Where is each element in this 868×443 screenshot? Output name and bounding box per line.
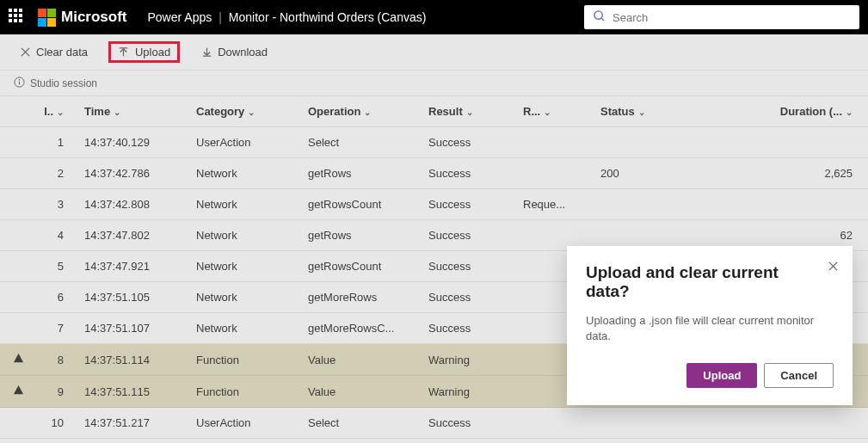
breadcrumb-separator: |	[219, 10, 222, 24]
operation-cell: getRowsCount	[301, 251, 422, 282]
category-cell: Network	[189, 313, 301, 344]
id-cell: 9	[36, 376, 77, 408]
id-cell: 5	[36, 251, 77, 282]
r-cell	[516, 408, 594, 439]
download-icon	[200, 46, 212, 58]
time-cell: 14:37:42.808	[77, 189, 189, 220]
operation-cell: Select	[301, 408, 422, 439]
dialog-body: Uploading a .json file will clear curren…	[586, 313, 834, 344]
warn-cell	[0, 158, 36, 189]
search-input[interactable]	[613, 11, 851, 24]
warn-cell	[0, 251, 36, 282]
result-cell: Warning	[422, 344, 516, 376]
warn-cell	[0, 344, 36, 376]
category-cell: UserAction	[189, 408, 301, 439]
dialog-upload-button[interactable]: Upload	[686, 363, 757, 388]
search-icon	[593, 9, 606, 26]
session-label: Studio session	[30, 77, 97, 89]
result-cell: Success	[422, 189, 516, 220]
status-cell	[594, 127, 680, 158]
time-cell: 14:37:42.786	[77, 158, 189, 189]
table-row[interactable]: 2 14:37:42.786 Network getRows Success 2…	[0, 158, 868, 189]
table-row[interactable]: 3 14:37:42.808 Network getRowsCount Succ…	[0, 189, 868, 220]
dialog-cancel-button[interactable]: Cancel	[764, 363, 834, 388]
warn-cell	[0, 189, 36, 220]
app-launcher-icon[interactable]	[9, 9, 26, 26]
dialog-close-button[interactable]	[828, 260, 839, 274]
time-cell: 14:37:51.115	[77, 376, 189, 408]
chevron-down-icon: ⌄	[57, 108, 64, 117]
chevron-down-icon: ⌄	[364, 108, 371, 117]
category-cell: Network	[189, 251, 301, 282]
category-cell: Function	[189, 376, 301, 408]
col-time[interactable]: Time⌄	[77, 96, 189, 127]
microsoft-logo[interactable]: Microsoft	[38, 9, 127, 27]
category-cell: UserAction	[189, 127, 301, 158]
clear-data-label: Clear data	[36, 46, 88, 58]
upload-button[interactable]: Upload	[108, 41, 180, 63]
col-result[interactable]: Result⌄	[422, 96, 516, 127]
time-cell: 14:37:51.107	[77, 313, 189, 344]
id-cell: 7	[36, 313, 77, 344]
table-row[interactable]: 1 14:37:40.129 UserAction Select Success	[0, 127, 868, 158]
col-status[interactable]: Status⌄	[594, 96, 680, 127]
result-cell: Success	[422, 220, 516, 251]
operation-cell: getRows	[301, 220, 422, 251]
col-category[interactable]: Category⌄	[189, 96, 301, 127]
svg-point-0	[594, 10, 602, 18]
result-cell: Success	[422, 251, 516, 282]
download-button[interactable]: Download	[195, 42, 273, 62]
id-cell: 3	[36, 189, 77, 220]
time-cell: 14:37:51.105	[77, 282, 189, 313]
microsoft-icon	[38, 9, 56, 27]
r-cell	[516, 158, 594, 189]
duration-cell	[680, 408, 868, 439]
warning-icon	[13, 354, 24, 366]
chevron-down-icon: ⌄	[638, 108, 645, 117]
duration-cell	[680, 189, 868, 220]
category-cell: Network	[189, 189, 301, 220]
close-icon	[19, 46, 31, 58]
upload-dialog: Upload and clear current data? Uploading…	[567, 246, 853, 405]
time-cell: 14:37:51.217	[77, 408, 189, 439]
dialog-actions: Upload Cancel	[586, 363, 834, 388]
result-cell: Warning	[422, 376, 516, 408]
table-row[interactable]: 10 14:37:51.217 UserAction Select Succes…	[0, 408, 868, 439]
time-cell: 14:37:40.129	[77, 127, 189, 158]
app-name[interactable]: Power Apps	[148, 10, 212, 24]
download-label: Download	[218, 46, 268, 58]
col-id[interactable]: I..⌄	[36, 96, 77, 127]
col-warn[interactable]	[0, 96, 36, 127]
operation-cell: getMoreRowsC...	[301, 313, 422, 344]
category-cell: Function	[189, 344, 301, 376]
col-r[interactable]: R...⌄	[516, 96, 594, 127]
id-cell: 6	[36, 282, 77, 313]
search-box[interactable]	[584, 5, 859, 29]
r-cell: Reque...	[516, 189, 594, 220]
warn-cell	[0, 408, 36, 439]
status-cell	[594, 408, 680, 439]
operation-cell: getMoreRows	[301, 282, 422, 313]
chevron-down-icon: ⌄	[248, 108, 255, 117]
operation-cell: Select	[301, 127, 422, 158]
warning-icon	[13, 385, 24, 398]
category-cell: Network	[189, 220, 301, 251]
operation-cell: getRows	[301, 158, 422, 189]
warn-cell	[0, 282, 36, 313]
status-cell: 200	[594, 158, 680, 189]
category-cell: Network	[189, 282, 301, 313]
info-icon	[14, 77, 25, 90]
svg-line-1	[601, 18, 604, 21]
table-header-row: I..⌄ Time⌄ Category⌄ Operation⌄ Result⌄ …	[0, 96, 868, 127]
duration-cell	[680, 127, 868, 158]
col-operation[interactable]: Operation⌄	[301, 96, 422, 127]
operation-cell: getRowsCount	[301, 189, 422, 220]
result-cell: Success	[422, 313, 516, 344]
operation-cell: Value	[301, 376, 422, 408]
svg-point-8	[19, 78, 20, 79]
col-duration[interactable]: Duration (...⌄	[680, 96, 868, 127]
id-cell: 8	[36, 344, 77, 376]
result-cell: Success	[422, 158, 516, 189]
clear-data-button[interactable]: Clear data	[14, 42, 93, 62]
breadcrumb: Power Apps | Monitor - Northwind Orders …	[148, 10, 427, 24]
